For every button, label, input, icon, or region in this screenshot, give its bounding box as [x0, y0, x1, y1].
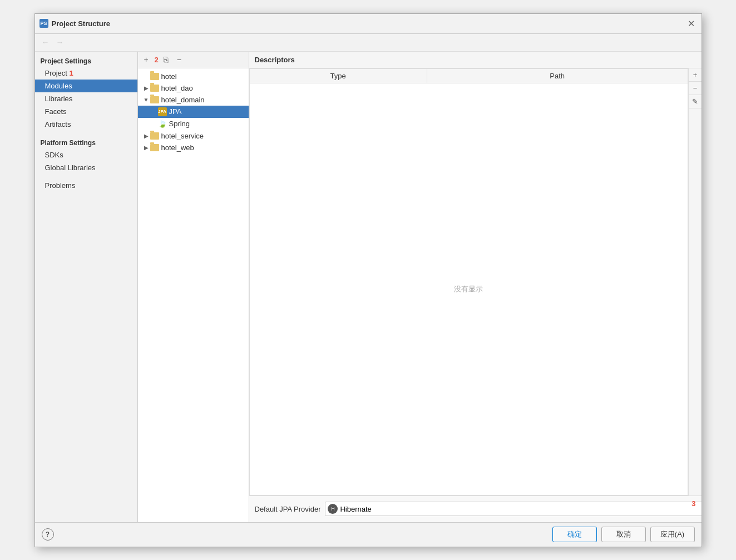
descriptors-title: Descriptors: [255, 56, 295, 64]
tree-item-hotel-domain[interactable]: ▼ hotel_domain: [138, 94, 249, 106]
dialog-footer: ? 确定 取消 应用(A): [35, 522, 702, 547]
tree-item-hotel-service[interactable]: ▶ hotel_service: [138, 130, 249, 142]
col-path-header: Path: [427, 69, 688, 83]
forward-button[interactable]: →: [54, 36, 66, 48]
module-toolbar: + 2 ⎘ −: [138, 52, 249, 68]
hibernate-icon: H: [328, 504, 338, 514]
tree-item-hotel-web[interactable]: ▶ hotel_web: [138, 142, 249, 153]
sidebar: Project Settings Project 1 Modules Libra…: [35, 52, 138, 522]
project-structure-dialog: PS Project Structure ✕ ← → Project Setti…: [34, 13, 702, 547]
nav-bar: ← →: [35, 34, 702, 52]
dialog-icon: PS: [39, 19, 48, 28]
descriptors-header: Descriptors: [249, 52, 702, 68]
sidebar-item-project[interactable]: Project 1: [35, 67, 137, 80]
sidebar-item-problems[interactable]: Problems: [35, 179, 137, 192]
folder-icon-hotel-dao: [150, 85, 159, 92]
main-panel: Descriptors Type Path 没有显示: [249, 52, 702, 522]
tree-arrow-hotel-service: ▶: [142, 133, 150, 139]
close-button[interactable]: ✕: [686, 18, 697, 29]
cancel-button[interactable]: 取消: [601, 527, 646, 542]
table-right-buttons: + − ✎: [688, 68, 702, 495]
sidebar-item-artifacts[interactable]: Artifacts: [35, 118, 137, 131]
table-body: 没有显示: [250, 83, 688, 495]
tree-item-hotel[interactable]: hotel: [138, 71, 249, 82]
folder-icon-hotel-domain: [150, 96, 159, 103]
folder-icon-hotel-service: [150, 132, 159, 140]
add-descriptor-button[interactable]: +: [689, 68, 702, 82]
project-settings-section-label: Project Settings: [35, 54, 137, 67]
folder-icon-hotel-web: [150, 144, 159, 151]
folder-icon-hotel: [150, 73, 159, 80]
provider-dropdown[interactable]: H Hibernate ▾: [325, 502, 701, 516]
module-panel: + 2 ⎘ − hotel ▶ hotel_dao: [138, 52, 249, 522]
sidebar-item-global-libraries[interactable]: Global Libraries: [35, 161, 137, 174]
edit-descriptor-button[interactable]: ✎: [689, 95, 702, 108]
module-tree: hotel ▶ hotel_dao ▼ hotel_domain: [138, 68, 249, 522]
content-area: Project Settings Project 1 Modules Libra…: [35, 52, 702, 522]
title-bar: PS Project Structure ✕: [35, 14, 702, 34]
dialog-title: Project Structure: [52, 19, 683, 28]
copy-module-button[interactable]: ⎘: [160, 53, 172, 66]
tree-arrow-hotel-dao: ▶: [142, 85, 150, 91]
empty-message: 没有显示: [454, 284, 483, 294]
provider-label: Default JPA Provider: [255, 505, 321, 513]
add-badge: 2: [155, 56, 159, 64]
back-button[interactable]: ←: [39, 36, 52, 48]
spring-icon: 🍃: [158, 120, 167, 128]
jpa-provider-section: Default JPA Provider H Hibernate ▾ 3: [249, 495, 702, 522]
dialog-icon-text: PS: [40, 21, 47, 26]
platform-settings-section-label: Platform Settings: [35, 136, 137, 148]
sidebar-item-libraries[interactable]: Libraries: [35, 92, 137, 105]
help-button[interactable]: ?: [42, 528, 54, 541]
provider-badge: 3: [691, 499, 695, 508]
ok-button[interactable]: 确定: [552, 527, 597, 542]
provider-value: Hibernate: [340, 505, 371, 513]
tree-arrow-hotel-web: ▶: [142, 145, 150, 151]
tree-item-spring[interactable]: 🍃 Spring: [138, 118, 249, 130]
footer-left: ?: [42, 528, 548, 541]
jpa-icon: JPA: [158, 107, 167, 116]
remove-descriptor-button[interactable]: −: [689, 82, 702, 95]
tree-item-hotel-dao[interactable]: ▶ hotel_dao: [138, 82, 249, 94]
add-module-button[interactable]: +: [140, 53, 152, 66]
col-type-header: Type: [250, 69, 427, 83]
sidebar-item-modules[interactable]: Modules: [35, 80, 137, 92]
sidebar-item-sdks[interactable]: SDKs: [35, 148, 137, 161]
tree-item-jpa[interactable]: JPA JPA: [138, 106, 249, 118]
remove-module-button[interactable]: −: [173, 53, 185, 66]
tree-arrow-hotel-domain: ▼: [142, 97, 150, 103]
sidebar-item-facets[interactable]: Facets: [35, 105, 137, 118]
table-header: Type Path: [250, 69, 688, 83]
apply-button[interactable]: 应用(A): [650, 527, 695, 542]
